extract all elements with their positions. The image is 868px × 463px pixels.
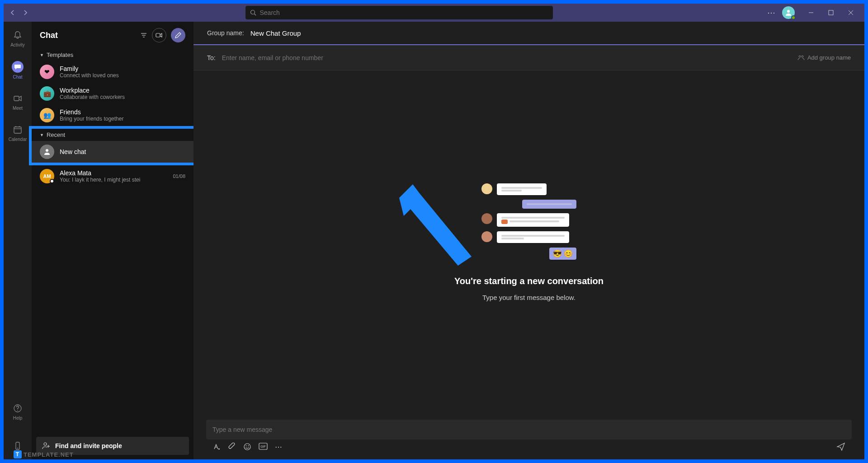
compose-area: GIF ⋯ [193,414,864,459]
template-item-family[interactable]: ❤ Family Connect with loved ones [32,61,193,83]
svg-point-27 [244,444,250,450]
recent-item-new-chat[interactable]: New chat [32,141,193,163]
chat-item-preview: You: I layk it here, I might jest stei [60,177,167,183]
rail-activity[interactable]: Activity [4,28,32,49]
empty-state-title: You're starting a new conversation [454,276,604,286]
recent-section-toggle[interactable]: ▼ Recent [32,129,193,141]
annotation-highlight: ▼ Recent New chat [29,126,196,165]
group-name-row: Group name: [193,22,864,45]
recent-item-alexa[interactable]: AM Alexa Mata You: I layk it here, I mig… [32,165,193,187]
calendar-icon [12,124,23,135]
emoji-smile: 😊 [564,250,573,257]
watermark-text: TEMPLATE.NET [24,451,74,458]
rail-calendar-label: Calendar [9,137,27,142]
chat-item-title: New chat [60,148,185,155]
chevron-down-icon: ▼ [40,133,44,137]
svg-line-1 [254,14,256,16]
add-group-icon [797,54,805,61]
svg-point-24 [799,56,801,57]
nav-arrows [7,7,31,18]
search-box[interactable] [245,6,553,19]
templates-section-toggle[interactable]: ▼ Templates [32,49,193,61]
svg-point-29 [248,445,249,446]
family-icon: ❤ [40,65,54,79]
maximize-button[interactable] [821,4,841,21]
person-icon [785,9,792,16]
filter-button[interactable] [140,32,147,39]
friends-icon: 👥 [40,108,54,122]
back-button[interactable] [7,7,18,18]
search-icon [250,9,256,16]
svg-point-21 [44,443,47,445]
watermark: T TEMPLATE.NET [14,450,74,458]
new-chat-button[interactable] [171,28,185,42]
device-icon [12,440,23,451]
template-icon: T [14,450,22,458]
rail-calendar[interactable]: Calendar [4,122,32,144]
gif-button[interactable]: GIF [259,443,268,451]
add-group-name-label: Add group name [807,54,851,61]
forward-button[interactable] [20,7,31,18]
titlebar: ⋯ [4,4,864,22]
template-desc: Collaborate with coworkers [60,94,185,100]
help-icon [12,403,23,414]
attach-button[interactable] [228,443,236,451]
person-icon [40,145,54,159]
svg-point-25 [802,56,803,57]
empty-state-subtitle: Type your first message below. [482,294,576,301]
template-title: Family [60,65,185,72]
chevron-down-icon: ▼ [40,53,44,57]
profile-avatar[interactable] [782,6,795,19]
rail-help[interactable]: Help [4,401,32,422]
templates-section-label: Templates [47,51,73,58]
rail-meet[interactable]: Meet [4,91,32,112]
template-item-friends[interactable]: 👥 Friends Bring your friends together [32,104,193,126]
send-button[interactable] [836,442,845,451]
chat-list-header: Chat [32,22,193,49]
minimize-button[interactable] [801,4,821,21]
svg-point-2 [787,10,790,13]
chat-list-panel: Chat ▼ Templates ❤ [32,22,193,459]
svg-rect-19 [156,33,160,37]
empty-state: 😎 😊 You're starting a new conversation T… [193,70,864,414]
template-title: Friends [60,108,185,116]
app-rail: Activity Chat Meet Calendar [4,22,32,459]
presence-status-icon [791,15,796,20]
to-input[interactable] [222,54,797,61]
add-group-name-button[interactable]: Add group name [797,54,851,61]
svg-point-15 [17,448,18,449]
emoji-cool: 😎 [553,250,562,257]
rail-chat[interactable]: Chat [4,59,32,81]
find-invite-label: Find and invite people [55,442,122,449]
workplace-icon: 💼 [40,86,54,101]
more-compose-button[interactable]: ⋯ [275,443,282,451]
presence-offline-icon [50,179,54,183]
svg-rect-7 [14,96,19,101]
chat-item-title: Alexa Mata [60,169,167,177]
svg-point-20 [46,149,48,152]
template-title: Workplace [60,87,185,94]
search-input[interactable] [260,9,548,16]
group-name-input[interactable] [250,29,851,37]
emoji-button[interactable] [243,443,251,451]
compose-box[interactable] [206,420,852,440]
message-input[interactable] [212,426,845,433]
template-desc: Connect with loved ones [60,72,185,79]
rail-activity-label: Activity [10,42,25,47]
close-button[interactable] [841,4,861,21]
meet-now-button[interactable] [152,28,166,42]
to-label: To: [207,54,216,61]
chat-list-title: Chat [40,31,58,40]
conversation-view: Group name: To: Add group name [193,22,864,459]
svg-point-13 [17,410,18,411]
rail-chat-label: Chat [13,75,22,80]
template-item-workplace[interactable]: 💼 Workplace Collaborate with coworkers [32,83,193,104]
more-button[interactable]: ⋯ [767,8,776,18]
svg-point-0 [250,10,255,14]
rail-help-label: Help [13,416,23,421]
add-people-icon [42,441,51,450]
to-row: To: Add group name [193,45,864,70]
svg-point-28 [246,445,247,446]
chat-item-time: 01/08 [173,173,185,179]
format-button[interactable] [212,443,221,451]
